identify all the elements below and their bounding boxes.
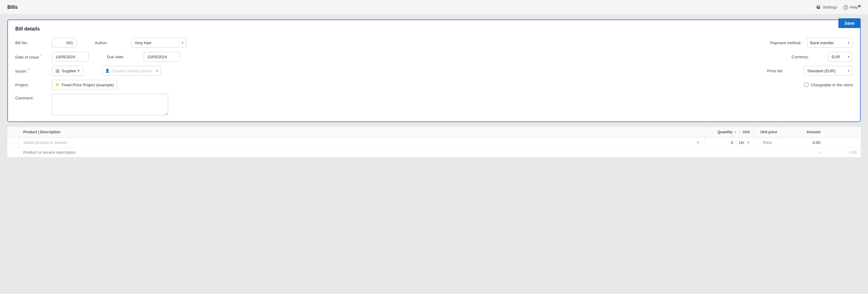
th-product: Product | Description: [20, 127, 705, 137]
save-button[interactable]: Save: [838, 18, 861, 28]
contact-chevron-icon: ▼: [155, 69, 158, 73]
product-select-wrap: ▼ Select product or service: [23, 140, 701, 145]
currency-select-wrap: EUR USD GBP ▼: [828, 52, 853, 62]
due-date-field: Due date:: [107, 52, 180, 62]
bill-card-title: Bill details: [15, 26, 853, 32]
product-select[interactable]: [23, 140, 701, 145]
unit-select-wrap: Un pcs kg ▼: [739, 140, 750, 145]
bill-no-input[interactable]: [52, 38, 76, 47]
unit-price-cell: [754, 138, 781, 147]
comment-textarea[interactable]: [52, 94, 168, 115]
quantity-unit-cell: | Un pcs kg ▼: [705, 138, 754, 147]
issuer-required-marker: *: [28, 68, 30, 72]
due-date-input[interactable]: [144, 52, 180, 62]
unit-price-input[interactable]: [757, 140, 777, 145]
help-icon: ?: [843, 5, 848, 10]
svg-text:?: ?: [845, 6, 847, 9]
date-of-issue-label: Date of issue: *: [15, 54, 49, 60]
settings-label: Settings: [823, 5, 837, 9]
currency-select[interactable]: EUR USD GBP: [828, 52, 853, 62]
th-drag: [7, 127, 20, 137]
settings-action[interactable]: Settings: [816, 5, 837, 10]
price-list-select-wrap: Standard (EUR) Standard (USD) ▼: [804, 66, 853, 76]
price-list-label: Price list:: [767, 69, 801, 73]
help-notification-dot: [858, 5, 861, 7]
resize-handle: ⤡: [818, 150, 824, 155]
th-amount: Amount: [781, 127, 824, 137]
payment-method-label: Payment method:: [770, 41, 804, 45]
author-field: Author: Amy Hart John Doe Jane Smith ▼: [95, 38, 186, 47]
main-content: Save Bill details Bill No.: Author: Amy …: [0, 15, 868, 162]
chargeable-label: Chargeable to the client: [811, 83, 853, 87]
description-amount: 0.00: [824, 148, 861, 157]
drag-handle[interactable]: ⋮⋮: [7, 138, 20, 147]
payment-method-select-wrap: Bank transfer Cash Credit card ▼: [807, 38, 853, 47]
author-label: Author:: [95, 41, 128, 45]
th-unit-price: Unit price: [754, 127, 781, 137]
person-icon: 👤: [105, 69, 110, 73]
description-amount-value: 0.00: [849, 150, 857, 155]
price-list-field: Price list: Standard (EUR) Standard (USD…: [767, 66, 853, 76]
due-date-label: Due date:: [107, 54, 141, 59]
gear-icon: [816, 5, 821, 10]
building-icon: 🏢: [55, 69, 60, 73]
currency-label: Currency:: [792, 54, 825, 59]
comment-label: Comment:: [15, 94, 49, 100]
line-items-table: Product | Description Quantity ▼ | Unit …: [7, 127, 861, 157]
chargeable-field: Chargeable to the client: [804, 83, 853, 87]
payment-method-field: Payment method: Bank transfer Cash Credi…: [770, 38, 853, 47]
issuer-input-wrap[interactable]: 🏢 Supplier Y: [52, 66, 84, 76]
project-field: Project: 📁 Fixed Price Project (example): [15, 80, 117, 90]
page-title: Bills: [7, 5, 18, 10]
bill-details-card: Bill details Bill No.: Author: Amy Hart …: [7, 20, 861, 122]
currency-field: Currency: EUR USD GBP ▼: [792, 52, 853, 62]
th-quantity: Quantity ▼ | Unit: [705, 127, 754, 137]
chargeable-checkbox-field: Chargeable to the client: [804, 83, 853, 87]
top-bar: Bills Settings ? Help: [0, 0, 868, 15]
description-drag: [7, 150, 20, 155]
price-list-select[interactable]: Standard (EUR) Standard (USD): [804, 66, 853, 76]
amount-cell: 0.00: [781, 138, 824, 147]
payment-method-select[interactable]: Bank transfer Cash Credit card: [807, 38, 853, 47]
top-bar-actions: Settings ? Help: [816, 5, 861, 10]
contact-person-select[interactable]: 👤 Choose contact person ▼: [102, 66, 161, 76]
issuer-field: Issuer: * 🏢 Supplier Y: [15, 66, 84, 76]
unit-select[interactable]: Un pcs kg: [739, 140, 750, 145]
quantity-input[interactable]: [718, 140, 733, 145]
date-of-issue-field: Date of issue: *: [15, 52, 89, 62]
chargeable-checkbox[interactable]: [804, 83, 808, 87]
issuer-label: Issuer: *: [15, 68, 49, 73]
author-select[interactable]: Amy Hart John Doe Jane Smith: [131, 38, 186, 47]
project-label: Project:: [15, 83, 49, 87]
help-label: Help: [850, 5, 858, 9]
contact-person-field: 👤 Choose contact person ▼: [102, 66, 161, 76]
amount-value: 0.00: [813, 140, 820, 145]
product-cell: ▼ Select product or service: [20, 138, 705, 147]
author-select-wrap: Amy Hart John Doe Jane Smith ▼: [131, 38, 186, 47]
bill-no-field: Bill No.:: [15, 38, 76, 47]
project-value: Fixed Price Project (example): [62, 83, 114, 87]
date-of-issue-input[interactable]: [52, 52, 89, 62]
contact-person-placeholder: Choose contact person: [112, 69, 153, 73]
issuer-value: Supplier Y: [62, 69, 80, 73]
table-header: Product | Description Quantity ▼ | Unit …: [7, 127, 861, 138]
date-required-marker: *: [41, 54, 42, 58]
quantity-sort-icon: ▼: [734, 131, 737, 134]
help-action[interactable]: ? Help: [843, 5, 861, 10]
comment-field: Comment:: [15, 94, 853, 115]
description-row: ⤡ 0.00: [7, 148, 861, 157]
project-input-wrap[interactable]: 📁 Fixed Price Project (example): [52, 80, 117, 90]
table-row: ⋮⋮ ▼ Select product or service | Un pcs: [7, 138, 861, 148]
folder-icon: 📁: [55, 83, 60, 87]
description-input[interactable]: [20, 148, 818, 156]
bill-no-label: Bill No.:: [15, 41, 49, 45]
